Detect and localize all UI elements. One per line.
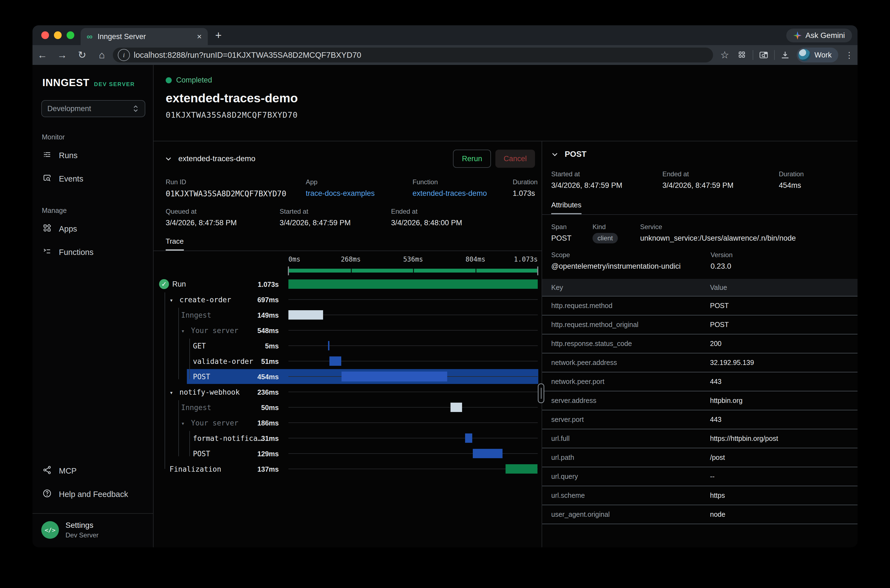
details-chevron-icon[interactable] — [551, 150, 559, 158]
collapse-chevron-icon[interactable] — [165, 155, 172, 162]
attributes-tab-underline — [551, 213, 582, 214]
row-chart-area — [289, 322, 538, 338]
sidebar-item-functions[interactable]: Functions — [33, 241, 153, 264]
meta-label: Duration — [779, 170, 857, 178]
trace-row-format-notifica-[interactable]: format-notifica…31ms — [153, 430, 541, 446]
span-duration: 548ms — [233, 327, 279, 335]
span-bar[interactable] — [328, 341, 329, 350]
select-chevrons-icon — [132, 105, 139, 113]
home-button[interactable]: ⌂ — [92, 49, 112, 61]
span-duration: 186ms — [233, 419, 279, 427]
run-card-title: extended-traces-demo — [178, 154, 256, 163]
tab-close-icon[interactable]: × — [197, 32, 202, 41]
settings-subtitle: Dev Server — [66, 531, 99, 539]
row-expand-chevron-icon[interactable]: ▾ — [181, 327, 191, 334]
rerun-button[interactable]: Rerun — [453, 150, 491, 168]
attr-key: network.peer.address — [551, 358, 710, 367]
trace-row-create-order[interactable]: ▾create-order697ms — [153, 292, 541, 307]
trace-row-finalization[interactable]: Finalization137ms — [153, 461, 541, 477]
cancel-button[interactable]: Cancel — [495, 150, 535, 168]
attr-row-network.peer.port: network.peer.port443 — [542, 372, 857, 391]
axis-tick-label: 536ms — [403, 255, 423, 263]
browser-menu-icon[interactable]: ⋮ — [841, 50, 857, 60]
tree-guide-line — [189, 339, 190, 379]
tab-attributes[interactable]: Attributes — [551, 201, 582, 214]
row-chart-area — [289, 353, 538, 369]
window-zoom-button[interactable] — [66, 32, 74, 39]
trace-panel: extended-traces-demo Rerun Cancel Run ID… — [153, 141, 542, 547]
meta-value-app[interactable]: trace-docs-examples — [306, 189, 412, 198]
window-minimize-button[interactable] — [54, 32, 62, 39]
search-tabs-icon[interactable] — [755, 50, 773, 60]
span-bar[interactable] — [329, 356, 341, 366]
sidebar-item-events[interactable]: Events — [33, 167, 153, 190]
attr-row-url.scheme: url.schemehttps — [542, 486, 857, 505]
new-tab-button[interactable]: + — [215, 29, 221, 42]
trace-row-post[interactable]: POST129ms — [153, 446, 541, 461]
trace-row-your-server[interactable]: ▾Your server186ms — [153, 415, 541, 430]
toolbar-divider — [753, 50, 753, 60]
forward-button[interactable]: → — [52, 49, 72, 61]
span-bar[interactable] — [341, 372, 447, 381]
meta-value-duration: 454ms — [779, 181, 857, 190]
span-bar[interactable] — [465, 434, 472, 443]
site-info-icon[interactable]: i — [118, 49, 130, 61]
span-duration: 51ms — [233, 357, 279, 366]
trace-row-validate-order[interactable]: validate-order51ms — [153, 353, 541, 369]
back-button[interactable]: ← — [33, 49, 52, 61]
events-search-icon — [42, 173, 52, 184]
reload-button[interactable]: ↻ — [72, 49, 92, 61]
page-title: extended-traces-demo — [166, 91, 857, 105]
version-label: Version — [711, 251, 857, 259]
row-chart-area — [289, 400, 538, 415]
row-expand-chevron-icon[interactable]: ▾ — [170, 389, 179, 396]
sidebar-item-mcp[interactable]: MCP — [33, 459, 153, 483]
address-bar[interactable]: i localhost:8288/run?runID=01KJXTWA35SA8… — [113, 48, 713, 62]
tab-trace[interactable]: Trace — [166, 237, 184, 250]
axis-tick-label: 0ms — [289, 255, 300, 263]
download-icon[interactable] — [776, 50, 794, 60]
trace-row-notify-webhook[interactable]: ▾notify-webhook236ms — [153, 384, 541, 400]
minimap-right-handle[interactable] — [537, 267, 538, 275]
span-name: POST — [193, 373, 210, 381]
row-expand-chevron-icon[interactable]: ▾ — [170, 297, 179, 304]
attr-key: url.scheme — [551, 492, 710, 500]
sidebar-item-settings[interactable]: </> Settings Dev Server — [33, 514, 153, 547]
attr-value: https://httpbin.org/post — [710, 435, 857, 442]
extensions-icon[interactable] — [734, 50, 751, 60]
span-bar[interactable] — [451, 403, 462, 412]
trace-row-get[interactable]: GET5ms — [153, 338, 541, 353]
environment-select[interactable]: Development — [41, 100, 145, 117]
sidebar-item-apps[interactable]: Apps — [33, 217, 153, 241]
window-close-button[interactable] — [41, 32, 49, 39]
sidebar-section-label: Manage — [33, 190, 153, 217]
trace-row-inngest[interactable]: Inngest149ms — [153, 307, 541, 322]
row-expand-chevron-icon[interactable]: ▾ — [181, 420, 191, 427]
meta-value-function[interactable]: extended-traces-demo — [412, 189, 513, 198]
sidebar-item-runs[interactable]: Runs — [33, 144, 153, 167]
attr-row-url.query: url.query-- — [542, 467, 857, 486]
bookmark-star-icon[interactable]: ☆ — [716, 49, 734, 61]
trace-row-run[interactable]: ✓Run1.073s — [153, 276, 541, 292]
span-bar[interactable] — [289, 310, 323, 320]
attr-key: user_agent.original — [551, 510, 710, 518]
span-bar[interactable] — [289, 279, 538, 289]
service-label: Service — [640, 223, 857, 231]
span-name: ▾Your server — [181, 419, 238, 427]
profile-button[interactable]: Work — [797, 48, 838, 62]
ask-gemini-button[interactable]: Ask Gemini — [786, 28, 852, 42]
trace-row-inngest[interactable]: Inngest50ms — [153, 400, 541, 415]
row-chart-area — [289, 307, 538, 322]
version-value: 0.23.0 — [711, 262, 857, 271]
meta-label: Function — [412, 178, 513, 186]
functions-list-icon — [42, 247, 52, 258]
browser-tab[interactable]: ∞ Inngest Server × — [81, 28, 208, 45]
scrollbar-thumb[interactable] — [538, 383, 544, 403]
trace-row-your-server[interactable]: ▾Your server548ms — [153, 322, 541, 338]
run-id: 01KJXTWA35SA8D2MCQF7BXYD70 — [166, 110, 857, 120]
sidebar-item-help-and-feedback[interactable]: Help and Feedback — [33, 483, 153, 506]
timeline-minimap[interactable] — [289, 268, 538, 274]
trace-row-post[interactable]: POST454ms — [153, 369, 541, 384]
span-bar[interactable] — [505, 464, 537, 474]
span-bar[interactable] — [473, 449, 503, 458]
